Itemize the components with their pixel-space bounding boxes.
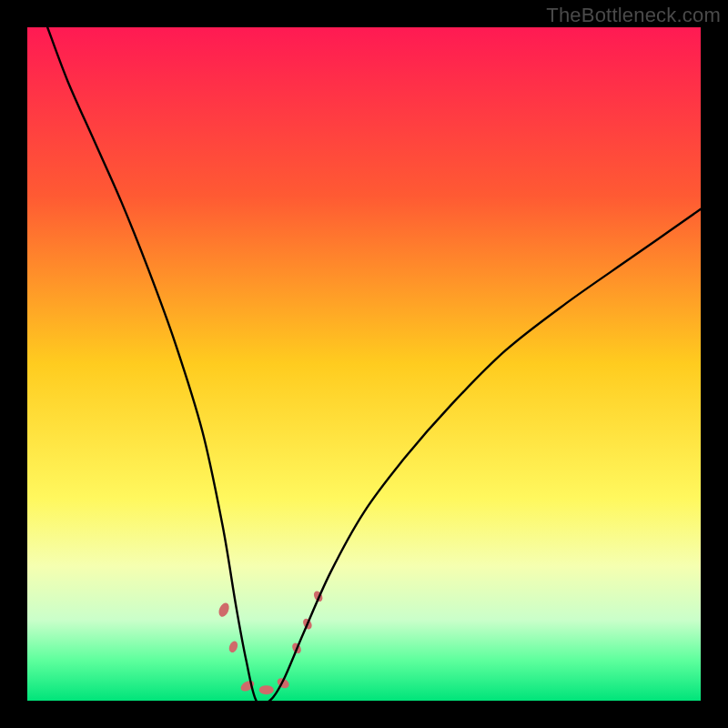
marker-blob: [228, 640, 239, 653]
watermark-text: TheBottleneck.com: [546, 4, 721, 27]
chart-plot: [27, 27, 701, 701]
bottleneck-curve: [47, 27, 701, 701]
chart-frame: [27, 27, 701, 701]
marker-blob: [217, 602, 231, 619]
marker-blob: [259, 685, 274, 694]
marker-cluster: [217, 590, 324, 694]
